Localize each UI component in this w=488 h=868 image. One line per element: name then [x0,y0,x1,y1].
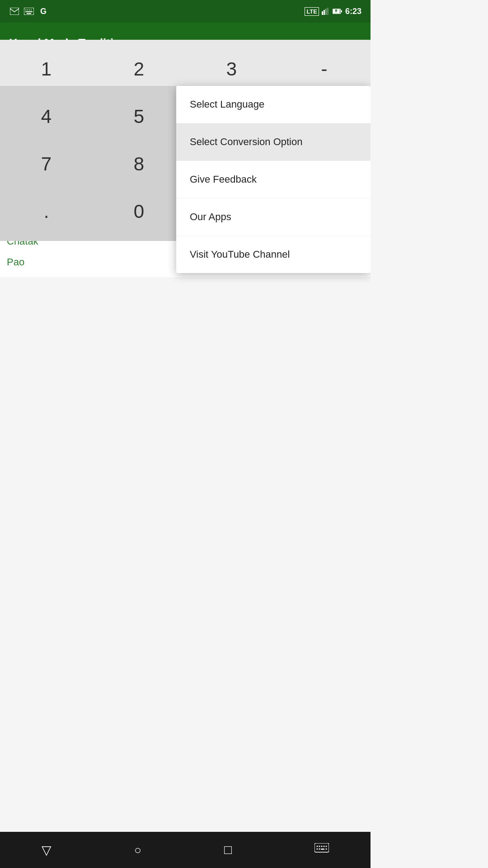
label-pao: Pao [7,256,24,268]
nav-keyboard-button[interactable] [314,843,329,857]
key-1[interactable]: 1 [1,47,92,92]
dim-overlay [0,86,176,241]
key-3[interactable]: 3 [187,47,277,92]
svg-rect-18 [314,843,329,852]
svg-point-19 [317,846,318,847]
nav-back-icon: ▽ [42,843,52,857]
lte-icon: LTE [305,7,319,16]
svg-rect-26 [321,849,324,850]
battery-icon [333,8,343,14]
nav-bar: ▽ ○ □ [0,832,371,868]
status-right-icons: LTE 6:23 [305,7,361,16]
nav-home-button[interactable]: ○ [134,843,141,857]
svg-rect-10 [325,9,327,15]
key-2[interactable]: 2 [94,47,184,92]
svg-rect-9 [324,10,325,15]
svg-rect-11 [327,8,328,15]
nav-keyboard-icon [314,843,329,854]
dropdown-item-select-conversion[interactable]: Select Conversion Option [176,123,371,161]
svg-point-22 [324,846,325,847]
nav-recents-icon: □ [224,843,232,857]
svg-point-27 [326,849,327,850]
google-icon: G [38,7,49,16]
dropdown-menu: Select Language Select Conversion Option… [176,86,371,273]
gmail-icon [9,7,20,16]
main-content: Marl... Square Foot Square Yard Square M… [0,63,371,277]
svg-point-23 [326,846,327,847]
svg-rect-13 [341,10,342,12]
dropdown-item-visit-youtube[interactable]: Visit YouTube Channel [176,236,371,273]
signal-icon [322,8,330,15]
svg-point-24 [317,849,318,850]
status-bar: G LTE 6:23 [0,0,371,23]
key-row-1: 1 2 3 - [0,47,371,92]
svg-point-21 [321,846,323,847]
nav-recents-button[interactable]: □ [224,843,232,857]
dropdown-item-our-apps[interactable]: Our Apps [176,198,371,236]
dropdown-item-select-language[interactable]: Select Language [176,86,371,123]
key-minus[interactable]: - [279,47,370,92]
svg-rect-0 [10,8,19,15]
dropdown-item-give-feedback[interactable]: Give Feedback [176,161,371,198]
svg-point-20 [319,846,320,847]
svg-rect-8 [322,11,323,15]
nav-back-button[interactable]: ▽ [42,843,52,858]
svg-point-25 [319,849,320,850]
status-left-icons: G [9,7,301,16]
status-time: 6:23 [345,7,361,16]
nav-home-icon: ○ [134,843,141,857]
keyboard-status-icon [23,7,34,16]
